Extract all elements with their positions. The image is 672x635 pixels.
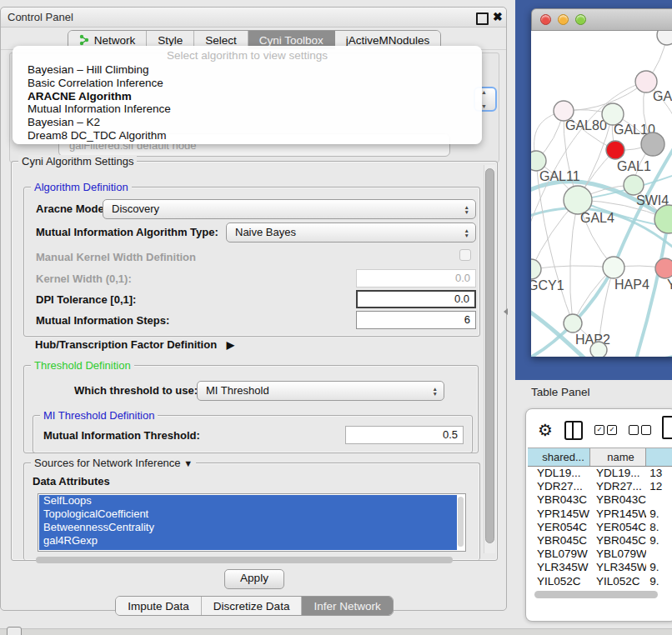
algorithm-dropdown-popup[interactable]: Select algorithm to view settings Bayesi… [13, 46, 482, 144]
mi-threshold-group-title: MI Threshold Definition [40, 409, 158, 422]
apply-button[interactable]: Apply [224, 569, 284, 589]
threshold-definition-group: Threshold Definition Which threshold to … [23, 365, 479, 453]
table-row[interactable]: YER054CYER054C8. [528, 521, 672, 534]
which-threshold-select[interactable]: MI Threshold ▲▼ [197, 381, 444, 401]
stepper-arrows-icon: ▲▼ [464, 223, 469, 242]
attribute-item-gal4rgexp[interactable]: gal4RGexp [38, 534, 465, 548]
table-row[interactable]: YLR345WYLR345W9. [528, 561, 672, 574]
network-window-titlebar[interactable] [531, 8, 672, 31]
table-cell: YDR27... [590, 480, 646, 493]
tab-label: Style [158, 34, 183, 47]
data-attributes-label: Data Attributes [33, 475, 110, 488]
table-row[interactable]: YIL052CYIL052C9. [528, 575, 672, 588]
table-cell: YDR27... [528, 480, 590, 493]
network-node-hap4[interactable] [603, 257, 624, 278]
document-icon[interactable] [662, 416, 672, 439]
table-panel-title: Table Panel [531, 386, 590, 398]
column-header-name[interactable]: name [590, 448, 646, 466]
network-node-gcy1[interactable] [531, 259, 541, 279]
network-node-hap2[interactable] [564, 314, 582, 332]
network-graph[interactable]: GALGAL80GAL10GAL1GAL11SWI4GAL4GCY1HAP4YH… [531, 31, 672, 357]
table-h-scrollbar-thumb[interactable] [534, 591, 658, 598]
dpi-tolerance-label: DPI Tolerance [0,1]: [36, 293, 136, 306]
network-node-swi4[interactable] [624, 175, 644, 195]
settings-scrollbar[interactable] [484, 165, 495, 553]
algorithm-option-bayesian-k2[interactable]: Bayesian – K2 [13, 116, 482, 129]
table-cell: YBR045C [590, 534, 646, 548]
table-cell: YPR145W [590, 508, 646, 521]
table-cell: 9. [646, 534, 672, 548]
network-node-gray[interactable] [641, 132, 664, 156]
close-panel-icon[interactable]: ✖ [493, 10, 503, 23]
network-canvas[interactable]: GALGAL80GAL10GAL1GAL11SWI4GAL4GCY1HAP4YH… [531, 31, 672, 357]
table-cell: YER054C [528, 521, 590, 534]
table-row[interactable]: YBL079WYBL079W [528, 548, 672, 561]
kernel-width-field[interactable]: 0.0 [356, 269, 476, 288]
network-node-gal1[interactable] [606, 141, 624, 159]
split-columns-icon[interactable] [564, 421, 583, 440]
table-row[interactable]: YBR043CYBR043C [528, 493, 672, 507]
algorithm-option-aracne-algorithm[interactable]: ARACNE Algorithm [13, 90, 482, 103]
bottom-tab-infer-network[interactable]: Infer Network [302, 597, 392, 615]
settings-group-title: Cyni Algorithm Settings [18, 155, 137, 168]
table-cell: YLR345W [528, 561, 590, 574]
minimize-traffic-light-icon[interactable] [558, 14, 569, 25]
close-traffic-light-icon[interactable] [540, 14, 551, 25]
collapsed-arrow-icon[interactable]: ▶ [227, 339, 234, 351]
attribute-item-betweennesscentrality[interactable]: BetweennessCentrality [38, 521, 465, 534]
sources-group-title: Sources for Network Inference ▼ [31, 457, 196, 469]
manual-kernel-checkbox[interactable] [459, 249, 471, 261]
attribute-item-topologicalcoefficient[interactable]: TopologicalCoefficient [38, 508, 465, 521]
bottom-tab-discretize-data[interactable]: Discretize Data [202, 597, 303, 615]
mi-type-select[interactable]: Naive Bayes ▲▼ [226, 222, 476, 242]
table-row[interactable]: YDR27...YDR27...12 [528, 480, 672, 493]
tab-label: Cyni Toolbox [259, 34, 323, 47]
network-window[interactable]: GALGAL80GAL10GAL1GAL11SWI4GAL4GCY1HAP4YH… [531, 8, 672, 357]
network-node-gal11[interactable] [531, 151, 546, 171]
algorithm-option-dream8-dc-tdc-algorithm[interactable]: Dream8 DC_TDC Algorithm [13, 129, 482, 142]
zoom-traffic-light-icon[interactable] [575, 14, 586, 25]
network-node-label-gal80: GAL80 [565, 118, 607, 132]
mi-steps-field[interactable]: 6 [356, 311, 476, 329]
threshold-definition-title: Threshold Definition [31, 359, 134, 372]
deselect-all-checkboxes-icon[interactable] [629, 425, 651, 435]
list-scrollbar-thumb[interactable] [458, 497, 464, 547]
network-node-label-gal: GAL [653, 89, 672, 103]
list-horizontal-scrollbar[interactable] [36, 557, 468, 563]
table-row[interactable]: YDL19...YDL19...13 [528, 467, 672, 480]
column-header-shared[interactable]: shared... [528, 448, 590, 466]
stepper-arrows-icon: ▲▼ [433, 382, 438, 400]
table-toolbar: ⚙ ✓✓ [538, 419, 651, 441]
algorithm-option-basic-correlation-inference[interactable]: Basic Correlation Inference [13, 77, 482, 90]
network-node-n-top[interactable] [657, 31, 672, 45]
gear-icon[interactable]: ⚙ [538, 421, 553, 439]
table-row[interactable]: YPR145WYPR145W9. [528, 508, 672, 521]
attribute-item-selfloops[interactable]: SelfLoops [38, 494, 465, 508]
table-cell: YBR043C [528, 493, 590, 507]
h-scrollbar-thumb[interactable] [36, 557, 453, 563]
network-node-biggreen[interactable] [654, 205, 672, 233]
expanded-arrow-icon[interactable]: ▼ [183, 458, 193, 468]
dpi-tolerance-field[interactable]: 0.0 [356, 290, 476, 308]
bottom-left-panel-icon[interactable] [7, 627, 22, 635]
algorithm-option-bayesian-hill-climbing[interactable]: Bayesian – Hill Climbing [13, 63, 482, 77]
network-node-gal4[interactable] [564, 186, 592, 214]
network-node-salmon[interactable] [655, 258, 672, 278]
table-cell: YER054C [590, 521, 646, 534]
data-attributes-list[interactable]: SelfLoopsTopologicalCoefficientBetweenne… [38, 493, 466, 552]
hub-definition-section[interactable]: Hub/Transcription Factor Definition ▶ [35, 338, 234, 351]
node-table: shared...name YDL19...YDL19...13YDR27...… [528, 448, 672, 588]
select-all-checkboxes-icon[interactable]: ✓✓ [594, 425, 617, 435]
network-node-n-bottom[interactable] [590, 342, 607, 357]
table-row[interactable]: YBR045CYBR045C9. [528, 534, 672, 548]
float-window-icon[interactable] [476, 12, 489, 25]
algorithm-option-mutual-information-inference[interactable]: Mutual Information Inference [13, 102, 482, 116]
aracne-mode-select[interactable]: Discovery ▲▼ [103, 199, 476, 219]
column-header-col2[interactable] [646, 448, 672, 466]
mi-threshold-field[interactable]: 0.5 [345, 426, 464, 444]
settings-scrollbar-thumb[interactable] [485, 168, 494, 543]
bottom-tab-impute-data[interactable]: Impute Data [116, 597, 202, 615]
panel-splitter-handle-icon[interactable] [504, 308, 508, 315]
table-horizontal-scrollbar[interactable] [534, 591, 672, 598]
mi-type-label: Mutual Information Algorithm Type: [36, 226, 218, 238]
